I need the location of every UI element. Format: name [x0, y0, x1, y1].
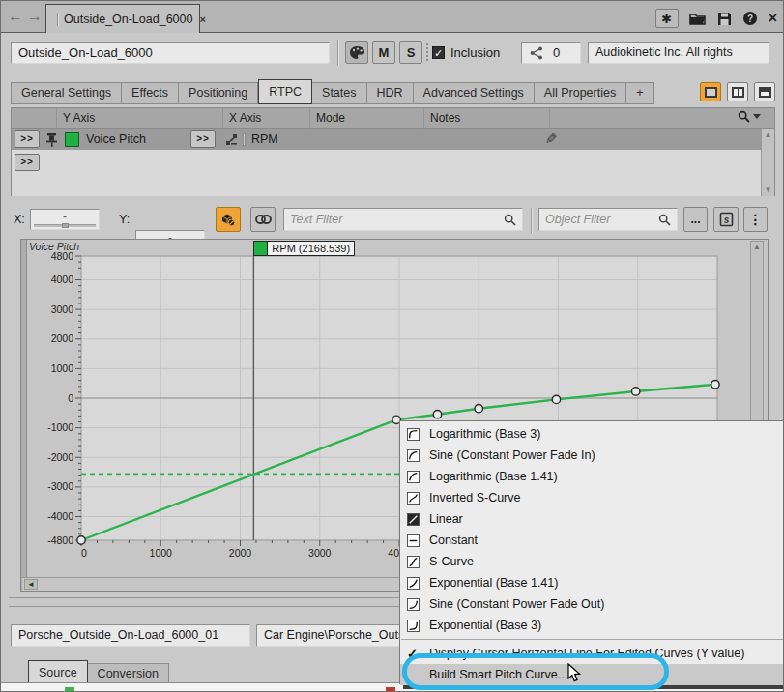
column-x-axis[interactable]: X Axis: [222, 108, 309, 129]
cursor-value-label: RPM (2168.539): [272, 243, 350, 254]
menu-item-sine-constant-power-fade-out[interactable]: Sine (Constant Power Fade Out): [400, 593, 784, 615]
share-icon: [530, 46, 543, 60]
link-button[interactable]: [250, 207, 276, 232]
menu-item-sine-constant-power-fade-in[interactable]: Sine (Constant Power Fade In): [400, 445, 784, 466]
y-tick-label: 2000: [51, 332, 74, 344]
x-coord-value: -: [31, 210, 99, 224]
expand-y-axis-button[interactable]: >>: [15, 130, 40, 148]
column-mode[interactable]: Mode: [309, 108, 423, 129]
references-counter[interactable]: 0: [521, 42, 581, 64]
menu-item-label: Sine (Constant Power Fade Out): [429, 597, 604, 611]
table-scrollbar[interactable]: ▲ ▼: [761, 129, 774, 196]
text-filter-input[interactable]: Text Filter: [283, 208, 523, 231]
menu-item-exponential-base-3[interactable]: Exponential (Base 3): [400, 615, 784, 636]
curve-point[interactable]: [433, 410, 441, 418]
linear-curve-icon: [407, 513, 420, 526]
tab-title: Outside_On-Load_6000: [64, 13, 192, 26]
menu-item-s-curve[interactable]: S-Curve: [400, 551, 784, 572]
menu-item-exponential-base-1-41[interactable]: Exponential (Base 1.41): [400, 572, 784, 593]
tab--[interactable]: +: [626, 82, 653, 104]
cube-slash-icon: [220, 212, 236, 227]
log3-curve-icon: [407, 428, 420, 441]
scroll-up-icon[interactable]: ▲: [762, 130, 774, 139]
color-palette-button[interactable]: [345, 41, 368, 64]
tab-advanced-settings[interactable]: Advanced Settings: [414, 82, 535, 104]
menu-item-label: Exponential (Base 1.41): [429, 576, 558, 590]
source-name-field[interactable]: Porsche_Outside_On-Load_6000_01: [11, 624, 250, 647]
open-folder-icon[interactable]: [689, 12, 707, 25]
tab-all-properties[interactable]: All Properties: [535, 82, 626, 104]
scroll-up-icon[interactable]: ▲: [753, 243, 761, 251]
x-coord-label: X:: [14, 213, 25, 226]
scroll-down-icon[interactable]: ▼: [762, 186, 774, 194]
object-filter-input[interactable]: Object Filter: [538, 208, 678, 231]
solo-button[interactable]: S: [399, 41, 422, 64]
search-icon[interactable]: [738, 110, 750, 123]
menu-item-linear[interactable]: Linear: [400, 508, 784, 530]
scroll-left-icon[interactable]: ◄: [24, 579, 38, 590]
y-tick-label: -2000: [47, 451, 73, 463]
close-view-icon[interactable]: ×: [769, 9, 777, 28]
menu-item-label: Sine (Constant Power Fade In): [429, 448, 595, 462]
palette-icon: [349, 45, 365, 60]
layout-single-pane-button[interactable]: [700, 82, 721, 101]
curve-point[interactable]: [631, 388, 639, 395]
exclusive-edit-toggle[interactable]: [216, 207, 241, 232]
workgroup-button[interactable]: s: [713, 207, 739, 232]
curve-point[interactable]: [77, 536, 85, 544]
save-icon[interactable]: [717, 12, 732, 26]
layout-split-horizontal-button[interactable]: [754, 82, 775, 101]
menu-item-logarithmic-base-3[interactable]: Logarithmic (Base 3): [400, 423, 784, 445]
tab-positioning[interactable]: Positioning: [179, 82, 258, 104]
mute-button[interactable]: M: [372, 41, 395, 64]
rights-field[interactable]: Audiokinetic Inc. All rights: [588, 42, 769, 64]
rtpc-row-voice-pitch[interactable]: >> Voice Pitch >> RPM ✎: [12, 129, 774, 150]
tab-effects[interactable]: Effects: [122, 82, 179, 104]
column-notes[interactable]: Notes: [423, 108, 549, 129]
object-name-field[interactable]: Outside_On-Load_6000: [11, 42, 330, 64]
svg-text:?: ?: [747, 14, 753, 24]
curve-color-swatch: [65, 132, 79, 147]
favorite-button[interactable]: ✱: [655, 9, 679, 28]
tab-close-icon[interactable]: ×: [199, 14, 205, 25]
curve-point[interactable]: [711, 381, 719, 389]
x-axis-value: RPM: [251, 132, 278, 146]
document-s-icon: s: [719, 212, 734, 227]
tab-states[interactable]: States: [312, 82, 366, 104]
menu-item-constant[interactable]: Constant: [400, 530, 784, 551]
tab-hdr[interactable]: HDR: [367, 82, 414, 104]
document-tab[interactable]: Outside_On-Load_6000 ×: [45, 4, 200, 33]
add-curve-button[interactable]: >>: [15, 154, 40, 171]
inclusion-control[interactable]: ✓ Inclusion: [432, 45, 500, 60]
column-blank: [549, 108, 752, 129]
y-tick-label: -1000: [47, 421, 73, 433]
tab-general-settings[interactable]: General Settings: [11, 82, 122, 104]
constant-curve-icon: [407, 534, 420, 547]
help-icon[interactable]: ?: [742, 11, 758, 26]
filter-dropdown-icon[interactable]: [753, 113, 761, 121]
edit-notes-icon[interactable]: ✎: [545, 130, 558, 148]
menu-item-label: Linear: [429, 512, 463, 526]
log3-curve-icon: [407, 428, 420, 441]
layout-split-vertical-button[interactable]: [727, 82, 748, 101]
slider-thumb[interactable]: [62, 223, 69, 228]
y-tick-label: -3000: [47, 480, 73, 492]
curve-point[interactable]: [475, 405, 482, 413]
sine-fade-out-curve-icon: [407, 598, 420, 611]
menu-item-inverted-s-curve[interactable]: Inverted S-Curve: [400, 487, 784, 508]
expand-x-axis-button[interactable]: >>: [190, 130, 216, 148]
menu-item-label: Logarithmic (Base 3): [429, 427, 540, 441]
tab-rtpc[interactable]: RTPC: [258, 79, 312, 104]
more-options-button[interactable]: ...: [683, 207, 708, 232]
x-coord-field[interactable]: -: [30, 209, 100, 230]
y-axis-value: Voice Pitch: [86, 132, 183, 146]
overflow-menu-button[interactable]: ⋮: [743, 207, 768, 232]
nav-back-arrow-icon[interactable]: ←: [7, 8, 24, 25]
game-parameter-icon: [225, 133, 240, 146]
inclusion-checkbox[interactable]: ✓: [432, 46, 445, 59]
pin-icon[interactable]: [45, 132, 58, 147]
curve-point[interactable]: [552, 395, 560, 403]
nav-forward-arrow-icon[interactable]: →: [26, 8, 44, 25]
column-y-axis[interactable]: Y Axis: [56, 108, 191, 129]
menu-item-logarithmic-base-1-41[interactable]: Logarithmic (Base 1.41): [400, 466, 784, 487]
